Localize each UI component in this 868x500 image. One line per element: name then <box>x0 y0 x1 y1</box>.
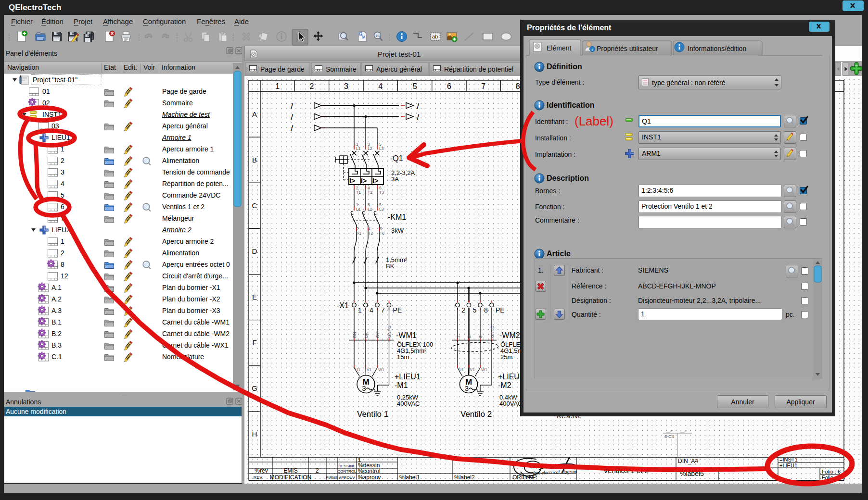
svg-text:W1: W1 <box>481 367 487 372</box>
svg-text:4: 4 <box>370 306 373 314</box>
svg-text:5: 5 <box>413 82 417 90</box>
svg-text:/: / <box>291 123 294 133</box>
svg-text:1: 1 <box>358 306 362 314</box>
svg-text:DIN_A4: DIN_A4 <box>678 458 698 464</box>
svg-text:%label2: %label2 <box>454 474 475 481</box>
svg-text:3kW: 3kW <box>391 227 404 234</box>
svg-text:+LIEU1: +LIEU1 <box>395 373 421 381</box>
svg-text:T3: T3 <box>380 231 384 236</box>
svg-text:3A: 3A <box>391 175 399 183</box>
svg-text:6-C4: 6-C4 <box>664 434 674 439</box>
svg-text:2: 2 <box>310 82 314 90</box>
svg-text:A: A <box>252 110 257 118</box>
svg-text:-WM2: -WM2 <box>499 331 520 339</box>
svg-text:25m: 25m <box>500 353 512 361</box>
svg-text:C: C <box>252 201 257 210</box>
svg-text:5: 5 <box>473 306 477 314</box>
svg-text:H: H <box>252 430 257 438</box>
svg-text:1: 1 <box>275 82 280 90</box>
svg-text:=INST1: =INST1 <box>779 457 798 462</box>
svg-text:/: / <box>291 101 294 111</box>
svg-text:V1: V1 <box>367 367 372 372</box>
svg-text:/: / <box>417 112 420 122</box>
svg-text:T1: T1 <box>357 231 361 236</box>
svg-text:FIRME: FIRME <box>326 475 338 480</box>
svg-text:7: 7 <box>481 82 485 90</box>
svg-text:I>: I> <box>349 177 355 185</box>
svg-text:6: 6 <box>447 82 451 90</box>
svg-text:E: E <box>252 293 257 301</box>
svg-text:-X1: -X1 <box>337 301 349 310</box>
svg-text:%label5: %label5 <box>680 470 704 477</box>
svg-text:GNYE: GNYE <box>490 325 495 338</box>
svg-text:/: / <box>291 112 294 122</box>
svg-text:%aprouv: %aprouv <box>358 474 381 481</box>
svg-text:CONTROL: CONTROL <box>337 469 357 474</box>
svg-text:T2: T2 <box>368 231 373 236</box>
svg-text:T1: T1 <box>356 190 361 195</box>
svg-text:DESSINE: DESSINE <box>338 464 355 468</box>
svg-text:%label1: %label1 <box>399 474 420 481</box>
svg-text:L1: L1 <box>356 146 361 151</box>
svg-text:PE: PE <box>393 306 402 314</box>
svg-text:400VAC: 400VAC <box>397 400 420 407</box>
svg-text:I>: I> <box>361 177 367 185</box>
svg-text:I>: I> <box>372 177 378 185</box>
svg-text:T3: T3 <box>379 190 384 195</box>
svg-text:U1: U1 <box>355 367 360 372</box>
svg-text:8: 8 <box>484 306 488 314</box>
svg-text:T2: T2 <box>368 190 372 195</box>
svg-text:U1: U1 <box>459 367 464 372</box>
svg-text:i: i <box>591 48 592 52</box>
svg-text:-Q1: -Q1 <box>390 154 403 162</box>
svg-text:2: 2 <box>316 467 319 474</box>
svg-text:PE: PE <box>496 306 505 314</box>
svg-text:3: 3 <box>362 384 366 392</box>
svg-text:%control: %control <box>358 468 381 475</box>
svg-text:4: 4 <box>378 82 383 90</box>
svg-text:BK: BK <box>364 332 369 338</box>
svg-text:L3: L3 <box>379 146 384 151</box>
svg-text:B: B <box>252 156 257 164</box>
svg-text:1.: 1. <box>456 334 460 338</box>
svg-text:EMIS: EMIS <box>283 467 297 474</box>
svg-text:-M1: -M1 <box>395 381 408 389</box>
svg-text:3.: 3. <box>478 334 483 338</box>
svg-text:L3: L3 <box>379 207 384 212</box>
svg-text:Folio : 6: Folio : 6 <box>822 469 841 475</box>
svg-text:Ventilos 1 et 2: Ventilos 1 et 2 <box>603 466 649 475</box>
svg-text:D: D <box>252 247 257 255</box>
svg-text:APROUV: APROUV <box>339 475 355 480</box>
svg-text:Ventilo 2: Ventilo 2 <box>460 410 492 419</box>
svg-text:MODIFICATION: MODIFICATION <box>270 474 311 481</box>
svg-text:BN: BN <box>352 332 357 338</box>
svg-text:3: 3 <box>465 384 469 392</box>
svg-text:L1: L1 <box>356 207 361 212</box>
svg-text:1:1: 1:1 <box>375 34 380 38</box>
svg-text:BK: BK <box>386 262 395 270</box>
svg-text:W1: W1 <box>378 367 384 372</box>
svg-text:G: G <box>252 384 257 392</box>
svg-text:%rev: %rev <box>255 467 268 474</box>
svg-text:2: 2 <box>461 306 465 314</box>
svg-text:ab: ab <box>432 34 438 39</box>
svg-text:F: F <box>252 338 256 347</box>
svg-text:Ventilo 1: Ventilo 1 <box>357 410 388 419</box>
svg-text:GY: GY <box>375 332 380 338</box>
svg-text:3: 3 <box>344 82 348 90</box>
svg-text:L2: L2 <box>368 207 372 212</box>
svg-text:REV: REV <box>254 475 263 480</box>
svg-text:-WM1: -WM1 <box>396 331 417 339</box>
svg-text:+LIEU1: +LIEU1 <box>779 462 797 468</box>
svg-text:L2: L2 <box>368 146 372 151</box>
svg-text:Folio : 14: Folio : 14 <box>822 475 843 480</box>
svg-text:400VAC: 400VAC <box>499 400 522 407</box>
svg-text:2.: 2. <box>467 334 472 338</box>
svg-text:-KM1: -KM1 <box>388 213 406 221</box>
svg-text:7: 7 <box>381 306 385 314</box>
svg-text:8: 8 <box>516 82 520 90</box>
svg-text:GNYE: GNYE <box>387 325 392 338</box>
svg-text:/: / <box>417 101 420 111</box>
svg-text:-M2: -M2 <box>498 381 511 389</box>
svg-text:15m: 15m <box>397 353 409 361</box>
